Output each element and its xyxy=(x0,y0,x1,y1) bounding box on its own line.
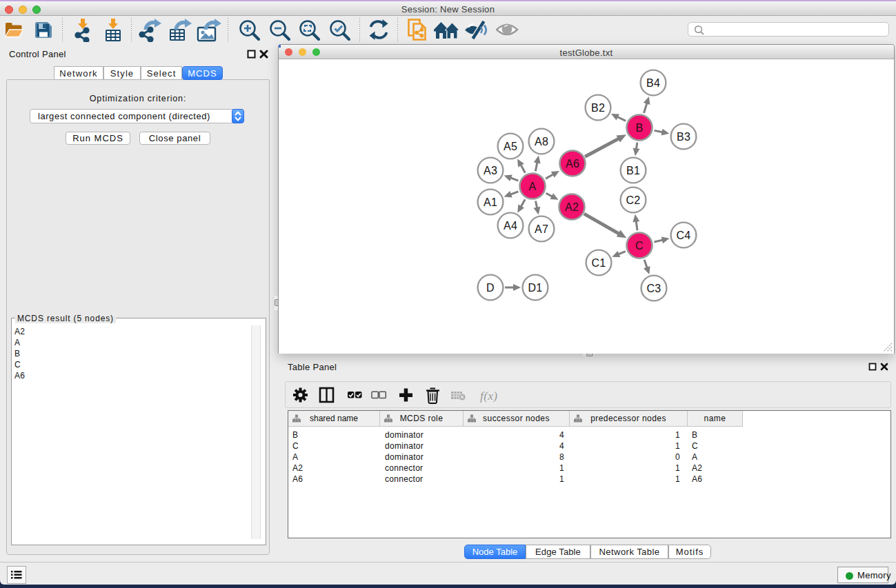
svg-text:A6: A6 xyxy=(566,158,579,170)
svg-text:A7: A7 xyxy=(535,223,548,235)
svg-text:C3: C3 xyxy=(646,283,661,294)
svg-text:B4: B4 xyxy=(646,77,660,89)
svg-text:B2: B2 xyxy=(591,102,605,114)
svg-text:C2: C2 xyxy=(626,194,640,206)
svg-text:D1: D1 xyxy=(528,282,542,294)
svg-text:B: B xyxy=(636,122,644,134)
svg-text:C1: C1 xyxy=(591,257,606,269)
svg-text:A1: A1 xyxy=(484,196,497,208)
svg-text:D: D xyxy=(486,282,495,294)
svg-text:A3: A3 xyxy=(484,165,497,176)
svg-text:A4: A4 xyxy=(504,220,517,232)
svg-text:B3: B3 xyxy=(677,131,690,143)
svg-text:f(x): f(x) xyxy=(480,389,498,403)
svg-text:A8: A8 xyxy=(535,136,548,148)
svg-text:A: A xyxy=(529,181,537,192)
svg-text:C4: C4 xyxy=(676,230,690,241)
svg-text:A5: A5 xyxy=(504,141,517,152)
svg-text:B1: B1 xyxy=(626,165,640,176)
svg-text:C: C xyxy=(635,240,644,252)
svg-text:A2: A2 xyxy=(565,201,579,213)
